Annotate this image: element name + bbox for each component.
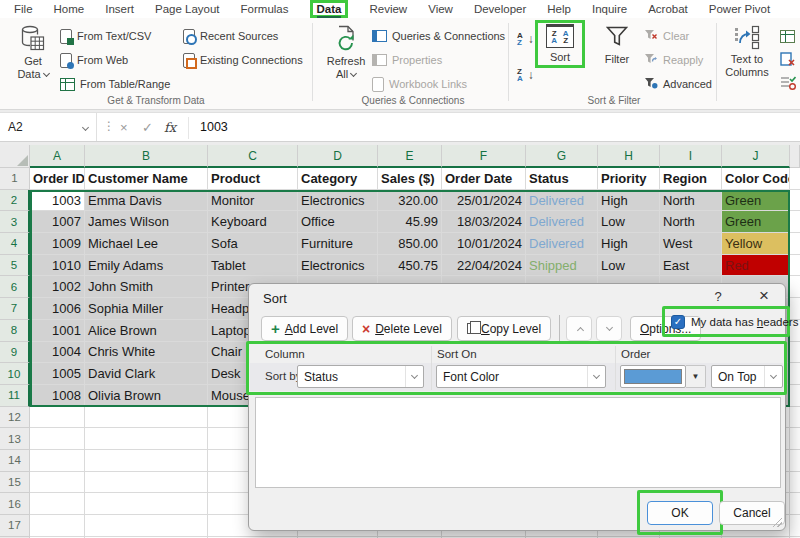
- cell-F2[interactable]: 25/01/2024: [442, 190, 526, 212]
- cell-B1[interactable]: Customer Name: [85, 168, 208, 190]
- cell-D3[interactable]: Office: [298, 211, 378, 233]
- swatch-dropdown-button[interactable]: ▼: [686, 365, 706, 388]
- copy-level-button[interactable]: Copy Level: [457, 316, 551, 341]
- help-icon[interactable]: ?: [709, 289, 727, 304]
- cell-A1[interactable]: Order ID: [30, 168, 85, 190]
- col-header-C[interactable]: C: [208, 145, 298, 168]
- cell-B4[interactable]: Michael Lee: [85, 233, 208, 255]
- cell-G4[interactable]: Delivered: [526, 233, 598, 255]
- cell-I4[interactable]: West: [660, 233, 722, 255]
- row-header-10[interactable]: 10: [0, 363, 30, 385]
- tab-insert[interactable]: Insert: [105, 3, 134, 15]
- remove-duplicates-button[interactable]: [780, 51, 796, 69]
- col-header-A[interactable]: A: [30, 145, 85, 168]
- cell-A13[interactable]: [30, 428, 85, 450]
- resize-grip[interactable]: [771, 516, 782, 527]
- tab-review[interactable]: Review: [369, 3, 407, 15]
- filter-button[interactable]: Filter: [596, 26, 638, 66]
- cell-A12[interactable]: [30, 407, 85, 429]
- cell-H2[interactable]: High: [598, 190, 660, 212]
- cell-A4[interactable]: 1009: [30, 233, 85, 255]
- row-header-9[interactable]: 9: [0, 342, 30, 364]
- row-header-6[interactable]: 6: [0, 276, 30, 298]
- data-validation-button[interactable]: [780, 75, 796, 93]
- cell-D4[interactable]: Furniture: [298, 233, 378, 255]
- cell-B16[interactable]: [85, 493, 208, 515]
- cell-A11[interactable]: 1008: [30, 385, 85, 407]
- tab-home[interactable]: Home: [54, 3, 85, 15]
- cell-J5[interactable]: Red: [722, 255, 790, 277]
- cell-J2[interactable]: Green: [722, 190, 790, 212]
- cell-B15[interactable]: [85, 472, 208, 494]
- cell-I2[interactable]: North: [660, 190, 722, 212]
- delete-level-button[interactable]: × Delete Level: [352, 316, 452, 341]
- sort-button[interactable]: ZA AZ Sort: [540, 24, 580, 64]
- advanced-filter-button[interactable]: Advanced: [644, 75, 712, 93]
- queries-connections-button[interactable]: Queries & Connections: [372, 27, 505, 45]
- row-header-7[interactable]: 7: [0, 298, 30, 320]
- cell-B7[interactable]: Sophia Miller: [85, 298, 208, 320]
- cell-A6[interactable]: 1002: [30, 276, 85, 298]
- sort-by-column-dropdown[interactable]: Status: [297, 365, 424, 388]
- cell-A5[interactable]: 1010: [30, 255, 85, 277]
- cell-E5[interactable]: 450.75: [378, 255, 442, 277]
- row-header-15[interactable]: 15: [0, 472, 30, 494]
- sort-descending-button[interactable]: ZA ↓: [517, 66, 534, 84]
- cell-F4[interactable]: 10/01/2024: [442, 233, 526, 255]
- row-header-12[interactable]: 12: [0, 407, 30, 429]
- cell-E3[interactable]: 45.99: [378, 211, 442, 233]
- cell-B3[interactable]: James Wilson: [85, 211, 208, 233]
- cell-B12[interactable]: [85, 407, 208, 429]
- sort-on-dropdown[interactable]: Font Color: [436, 365, 606, 388]
- col-header-I[interactable]: I: [660, 145, 722, 168]
- row-header-13[interactable]: 13: [0, 428, 30, 450]
- row-header-17[interactable]: 17: [0, 515, 30, 537]
- cell-F1[interactable]: Order Date: [442, 168, 526, 190]
- cell-B5[interactable]: Emily Adams: [85, 255, 208, 277]
- row-header-4[interactable]: 4: [0, 233, 30, 255]
- cancel-entry-button[interactable]: ×: [120, 113, 128, 141]
- cell-C4[interactable]: Sofa: [208, 233, 298, 255]
- cell-B9[interactable]: Chris White: [85, 342, 208, 364]
- move-up-button[interactable]: [566, 316, 592, 341]
- cell-A3[interactable]: 1007: [30, 211, 85, 233]
- cell-C3[interactable]: Keyboard: [208, 211, 298, 233]
- confirm-entry-button[interactable]: ✓: [142, 113, 153, 141]
- from-web-button[interactable]: From Web: [60, 51, 128, 69]
- tab-inquire[interactable]: Inquire: [592, 3, 627, 15]
- cell-A7[interactable]: 1006: [30, 298, 85, 320]
- cell-H3[interactable]: Low: [598, 211, 660, 233]
- col-header-F[interactable]: F: [442, 145, 526, 168]
- col-header-D[interactable]: D: [298, 145, 378, 168]
- my-data-has-headers-checkbox[interactable]: ✓: [671, 315, 685, 329]
- cell-E1[interactable]: Sales ($): [378, 168, 442, 190]
- cell-C1[interactable]: Product: [208, 168, 298, 190]
- cell-E2[interactable]: 320.00: [378, 190, 442, 212]
- cell-C2[interactable]: Monitor: [208, 190, 298, 212]
- row-header-14[interactable]: 14: [0, 450, 30, 472]
- cell-D5[interactable]: Electronics: [298, 255, 378, 277]
- cell-B10[interactable]: David Clark: [85, 363, 208, 385]
- cell-I3[interactable]: North: [660, 211, 722, 233]
- cell-G3[interactable]: Delivered: [526, 211, 598, 233]
- row-header-2[interactable]: 2: [0, 190, 30, 212]
- tab-page-layout[interactable]: Page Layout: [155, 3, 220, 15]
- cell-B6[interactable]: John Smith: [85, 276, 208, 298]
- text-to-columns-button[interactable]: Text to Columns: [722, 25, 772, 79]
- cell-H5[interactable]: Low: [598, 255, 660, 277]
- cell-D2[interactable]: Electronics: [298, 190, 378, 212]
- cell-I1[interactable]: Region: [660, 168, 722, 190]
- tab-formulas[interactable]: Formulas: [241, 3, 289, 15]
- cell-A2[interactable]: 1003: [30, 190, 85, 212]
- add-level-button[interactable]: + Add Level: [261, 316, 348, 341]
- get-data-button[interactable]: Get Data: [10, 25, 56, 81]
- cell-D1[interactable]: Category: [298, 168, 378, 190]
- cell-A8[interactable]: 1001: [30, 320, 85, 342]
- cell-G5[interactable]: Shipped: [526, 255, 598, 277]
- cell-A16[interactable]: [30, 493, 85, 515]
- ok-button[interactable]: OK: [647, 501, 713, 525]
- tab-acrobat[interactable]: Acrobat: [648, 3, 688, 15]
- tab-power-pivot[interactable]: Power Pivot: [709, 3, 770, 15]
- cell-A17[interactable]: [30, 515, 85, 537]
- from-text-csv-button[interactable]: From Text/CSV: [60, 27, 151, 45]
